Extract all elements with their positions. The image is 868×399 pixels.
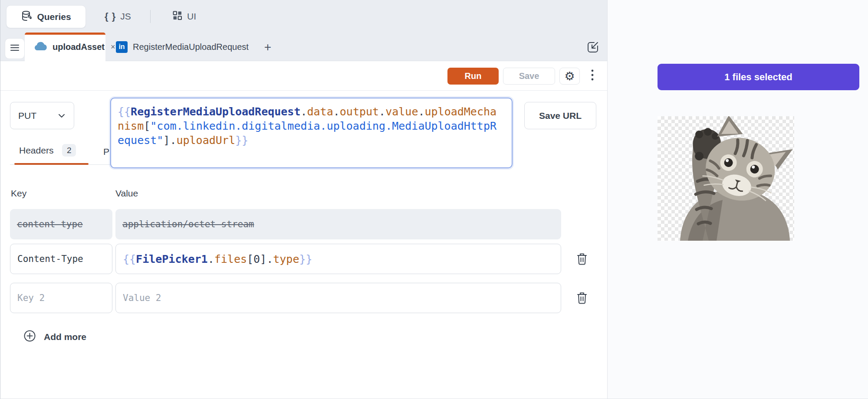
circle-plus-icon xyxy=(23,330,36,344)
new-key-input[interactable] xyxy=(10,283,112,313)
mode-tab-ui[interactable]: UI xyxy=(172,0,196,33)
tab-parameters-partial[interactable]: P xyxy=(103,147,109,157)
linkedin-icon: in xyxy=(116,41,128,53)
new-value-input[interactable] xyxy=(115,283,561,313)
headers-count-badge: 2 xyxy=(62,144,76,157)
mode-tab-queries-label: Queries xyxy=(37,12,71,22)
header-value-disabled: application/octet-stream xyxy=(115,209,561,239)
mode-tab-queries[interactable]: Queries xyxy=(6,5,86,28)
action-bar: Run Save ⚙ xyxy=(0,61,607,91)
header-key-input[interactable] xyxy=(10,244,112,274)
ui-grid-icon xyxy=(172,10,183,23)
run-button[interactable]: Run xyxy=(447,68,499,85)
header-value-expression[interactable]: {{FilePicker1.files[0].type}} xyxy=(115,244,561,274)
query-tab-uploadasset-label: uploadAsset xyxy=(53,42,105,52)
trash-icon xyxy=(578,254,586,265)
more-options-button[interactable] xyxy=(587,69,598,84)
http-method-select[interactable]: PUT xyxy=(10,102,74,129)
delete-header-row-button[interactable] xyxy=(576,252,588,265)
hamburger-icon xyxy=(10,44,20,53)
cloud-icon xyxy=(34,42,47,52)
trash-icon xyxy=(578,293,586,304)
settings-button[interactable]: ⚙ xyxy=(559,68,580,85)
database-icon xyxy=(21,10,33,23)
delete-empty-row-button[interactable] xyxy=(576,291,588,304)
key-column-header: Key xyxy=(11,188,26,199)
header-key-disabled: content-type xyxy=(10,209,112,239)
http-method-value: PUT xyxy=(18,111,36,121)
cat-illustration xyxy=(658,116,794,241)
mode-tab-ui-label: UI xyxy=(187,11,196,22)
header-value-code: {{FilePicker1.files[0].type}} xyxy=(123,252,312,266)
app-preview-panel: 1 files selected xyxy=(607,0,868,399)
app-window: Queries { } JS UI xyxy=(0,0,868,399)
save-url-button[interactable]: Save URL xyxy=(524,102,596,129)
url-expression-code: {{RegisterMediaUploadRequest.data.output… xyxy=(118,105,505,147)
tab-headers[interactable]: Headers 2 xyxy=(19,144,76,157)
mode-bar: Queries { } JS UI xyxy=(0,0,607,33)
braces-icon: { } xyxy=(105,11,116,22)
active-tab-underline xyxy=(14,163,89,165)
query-list-menu-button[interactable] xyxy=(5,38,25,59)
save-button[interactable]: Save xyxy=(503,68,555,85)
query-tab-uploadasset[interactable]: uploadAsset × xyxy=(25,33,105,61)
new-query-tab-button[interactable]: + xyxy=(260,39,276,55)
chevron-down-icon xyxy=(57,111,66,121)
query-tab-bar: uploadAsset × in RegisterMediaUploadRequ… xyxy=(0,33,607,61)
tab-headers-label: Headers xyxy=(19,145,53,156)
mode-tab-js[interactable]: { } JS xyxy=(105,0,131,33)
query-tab-registermediauploadrequest[interactable]: in RegisterMediaUploadRequest xyxy=(105,33,259,61)
mode-bar-divider xyxy=(150,10,151,23)
value-column-header: Value xyxy=(115,188,138,199)
gear-icon: ⚙ xyxy=(564,70,575,82)
popout-icon[interactable] xyxy=(585,40,600,55)
mode-tab-js-label: JS xyxy=(120,11,131,22)
uploaded-cat-image xyxy=(658,116,794,241)
kebab-icon xyxy=(591,69,594,84)
url-expression-editor[interactable]: {{RegisterMediaUploadRequest.data.output… xyxy=(110,98,513,168)
add-more-button[interactable]: Add more xyxy=(23,330,86,344)
add-more-label: Add more xyxy=(44,332,86,342)
query-tab-registermediauploadrequest-label: RegisterMediaUploadRequest xyxy=(133,42,249,52)
file-picker-button[interactable]: 1 files selected xyxy=(658,64,859,90)
